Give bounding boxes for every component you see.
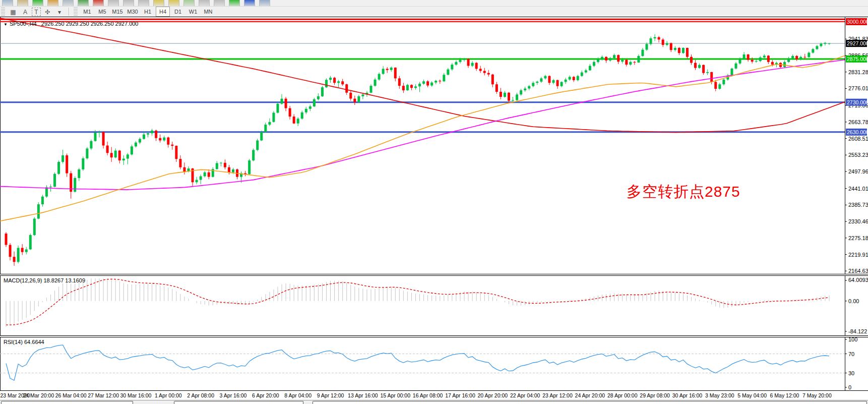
date-tick-label: 16 Apr 08:00	[413, 392, 443, 398]
svg-text:2330.460: 2330.460	[848, 218, 868, 224]
svg-text:2219.910: 2219.910	[848, 252, 868, 258]
chart-symbol-title: ▼SP500-,H4 2926.250 2929.250 2926.250 29…	[4, 21, 139, 27]
date-tick-label: 22 Apr 04:00	[510, 392, 540, 398]
svg-text:2927.000: 2927.000	[847, 40, 868, 46]
timeframe-drag-handle[interactable]	[74, 8, 78, 16]
date-tick-label: 27 Mar 12:00	[88, 392, 119, 398]
add-order-icon[interactable]	[32, 0, 43, 7]
timeframe-button-d1[interactable]: D1	[171, 7, 185, 17]
svg-text:2275.185: 2275.185	[848, 235, 868, 241]
date-tick-label: 2 Apr 08:00	[187, 392, 214, 398]
ohlc-values: 2926.250 2929.250 2926.250 2927.000	[41, 21, 139, 27]
timeframe-button-mn[interactable]: MN	[201, 7, 215, 17]
pencil-icon[interactable]	[153, 0, 164, 7]
svg-text:2663.785: 2663.785	[848, 119, 868, 125]
date-tick-label: 20 Apr 20:00	[478, 392, 508, 398]
svg-text:2831.285: 2831.285	[848, 69, 868, 75]
chart-window: ▼SP500-,H4 2926.250 2929.250 2926.250 29…	[0, 17, 868, 404]
text-label-icon[interactable]: T	[32, 8, 41, 16]
rsi-panel[interactable]: 10070300	[0, 337, 868, 391]
date-tick-label: 26 Mar 04:00	[55, 392, 87, 398]
date-tick-label: 23 Apr 12:00	[542, 392, 573, 398]
timeframe-button-m15[interactable]: M15	[110, 7, 125, 17]
price-panel[interactable]: 2941.8352886.5602831.2852776.0102719.060…	[0, 17, 868, 274]
date-tick-label: 30 Mar 16:00	[120, 392, 151, 398]
resize-left-icon[interactable]	[199, 0, 210, 7]
tools-toolbar: ▦AT✣▾ M1M5M15M30H1H4D1W1MN	[0, 7, 868, 17]
svg-text:2164.635: 2164.635	[848, 268, 868, 274]
date-tick-label: 9 Apr 12:00	[317, 392, 344, 398]
info-icon[interactable]	[244, 0, 255, 7]
svg-text:2608.510: 2608.510	[848, 136, 868, 142]
zoom-icon[interactable]	[17, 0, 28, 7]
profiles-icon[interactable]	[47, 0, 58, 7]
date-tick-label: 30 Apr 16:00	[672, 392, 703, 398]
timeframe-button-h4[interactable]: H4	[156, 7, 170, 17]
svg-text:70: 70	[848, 351, 854, 357]
bottom-tab-strip	[0, 400, 868, 404]
symbol-period-label: SP500-,H4	[10, 21, 37, 27]
date-tick-label: 3 May 23:00	[705, 392, 734, 398]
date-tick-label: 6 Apr 20:00	[252, 392, 279, 398]
timeframe-button-m30[interactable]: M30	[126, 7, 140, 17]
svg-text:0: 0	[848, 384, 851, 390]
h-resize-icon[interactable]	[138, 0, 149, 7]
date-tick-label: 28 Apr 00:00	[607, 392, 638, 398]
date-tick-label: 6 May 12:00	[770, 392, 799, 398]
chart-shift-icon[interactable]	[123, 0, 134, 7]
timeframe-button-m1[interactable]: M1	[80, 7, 94, 17]
date-tick-label: 7 May 20:00	[802, 392, 832, 398]
svg-text:0.00: 0.00	[848, 298, 859, 304]
collapse-triangle-icon[interactable]: ▼	[4, 22, 8, 27]
date-tick-label: 29 Apr 08:00	[640, 392, 670, 398]
arrow-tools-icon[interactable]: ✣	[42, 8, 53, 17]
save-icon[interactable]	[63, 0, 74, 7]
resize-right-icon[interactable]	[214, 0, 225, 7]
tab-3[interactable]	[313, 401, 867, 404]
timeframe-button-w1[interactable]: W1	[186, 7, 200, 17]
svg-text:2553.235: 2553.235	[848, 152, 868, 158]
date-tick-label: 1 Apr 00:00	[155, 392, 182, 398]
svg-text:2776.010: 2776.010	[848, 85, 868, 91]
tab-2[interactable]	[174, 401, 303, 404]
svg-text:2730.000: 2730.000	[847, 99, 868, 105]
svg-text:2441.010: 2441.010	[848, 186, 868, 192]
svg-text:-84.122: -84.122	[848, 328, 867, 334]
svg-text:2630.000: 2630.000	[847, 129, 868, 135]
svg-text:3000.000: 3000.000	[847, 19, 868, 25]
toolbar-separator	[69, 8, 70, 16]
text-annotation-icon[interactable]: A	[20, 8, 31, 17]
date-tick-label: 17 Apr 16:00	[445, 392, 475, 398]
svg-text:2875.000: 2875.000	[847, 56, 868, 62]
date-tick-label: 3 Apr 16:00	[220, 392, 247, 398]
autoscroll-icon[interactable]	[108, 0, 119, 7]
svg-text:100: 100	[848, 337, 857, 342]
add-indicator-icon[interactable]	[229, 0, 240, 7]
preview-icon[interactable]	[78, 0, 89, 7]
svg-text:64.0093: 64.0093	[848, 277, 868, 283]
date-tick-label: 24 Mar 20:00	[23, 392, 54, 398]
refresh-stop-icon[interactable]	[93, 0, 104, 7]
macd-panel[interactable]: 64.00930.00-84.122	[0, 275, 868, 336]
timeframe-button-m5[interactable]: M5	[95, 7, 109, 17]
toolbar-drag-handle[interactable]	[1, 8, 5, 16]
rsi-label: RSI(14) 64.6644	[4, 339, 44, 345]
svg-text:30: 30	[848, 370, 854, 376]
new-chart-icon[interactable]	[2, 0, 13, 7]
date-axis: 23 Mar 202024 Mar 20:0026 Mar 04:0027 Ma…	[0, 391, 868, 400]
date-tick-label: 8 Apr 04:00	[284, 392, 312, 398]
pencil2-icon[interactable]	[168, 0, 179, 7]
tab-1[interactable]	[1, 401, 133, 404]
date-tick-label: 24 Apr 20:00	[575, 392, 605, 398]
dropdown-caret-icon[interactable]: ▾	[54, 8, 65, 17]
date-tick-label: 13 Apr 16:00	[348, 392, 378, 398]
pointer-grid-icon[interactable]: ▦	[8, 8, 19, 17]
svg-text:2497.960: 2497.960	[848, 168, 868, 175]
timeframe-button-h1[interactable]: H1	[141, 7, 155, 17]
table-icon[interactable]	[183, 0, 195, 7]
date-tick-label: 15 Apr 00:00	[380, 392, 410, 398]
macd-label: MACD(12,26,9) 18.8267 13.1609	[4, 277, 85, 283]
ruler-icon[interactable]	[259, 0, 270, 7]
top-toolbar	[0, 0, 868, 7]
chart-text-annotation[interactable]: 多空转折点2875	[627, 182, 740, 202]
